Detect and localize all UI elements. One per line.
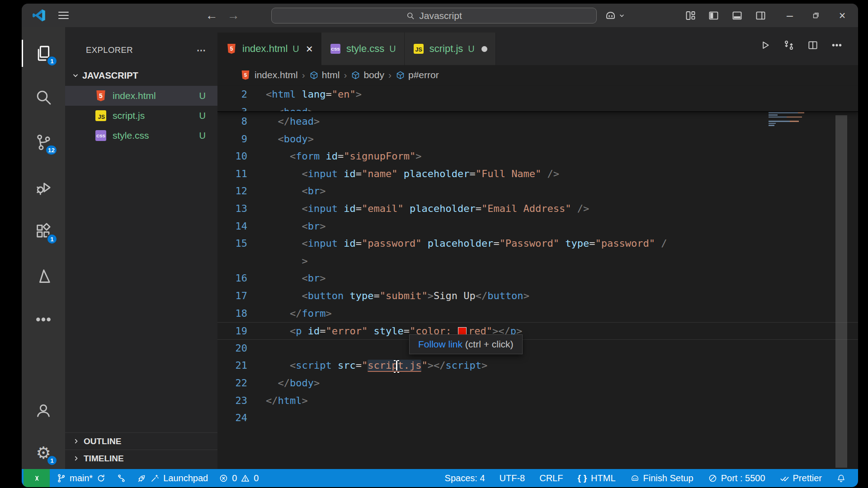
line-number[interactable]: 9	[217, 131, 247, 148]
breadcrumb-item-body[interactable]: body	[351, 70, 384, 80]
line-number[interactable]: 3	[217, 103, 247, 112]
tab-script.js[interactable]: JSscript.jsU	[405, 33, 496, 65]
line-number[interactable]: 8	[217, 113, 247, 131]
code-line-3[interactable]: 3 <head>	[217, 103, 858, 112]
file-row-script.js[interactable]: JSscript.jsU	[65, 106, 217, 126]
toggle-panel-button[interactable]	[728, 4, 746, 27]
line-number[interactable]: 12	[217, 183, 247, 200]
activity-search[interactable]	[33, 87, 53, 107]
line-number[interactable]: 10	[217, 148, 247, 165]
status-text: main*	[70, 473, 93, 483]
code-line-wrap[interactable]: >	[217, 253, 858, 270]
code-line-17[interactable]: 17 <button type="submit">Sign Up</button…	[217, 287, 858, 305]
run-button[interactable]	[759, 39, 771, 53]
more-actions-button[interactable]	[831, 39, 843, 53]
toggle-secondary-sidebar-button[interactable]	[751, 4, 769, 27]
activity-explorer[interactable]: 1	[33, 43, 53, 63]
code-line-10[interactable]: 10 <form id="signupForm">	[217, 148, 858, 165]
status-launchpad[interactable]: Launchpad	[133, 469, 212, 487]
close-window-button[interactable]: ×	[832, 4, 853, 27]
code-line-2[interactable]: 2<html lang="en">	[217, 86, 858, 103]
line-number[interactable]: 18	[217, 305, 247, 323]
code-line-21[interactable]: 21 <script src="script.js"></script>	[217, 357, 858, 375]
status-indentation[interactable]: Spaces: 4	[441, 469, 489, 487]
breadcrumb-item-html[interactable]: html	[309, 70, 340, 80]
file-row-style.css[interactable]: CSSstyle.cssU	[65, 126, 217, 145]
code-line-11[interactable]: 11 <input id="name" placeholder="Full Na…	[217, 165, 858, 183]
line-number[interactable]: 20	[217, 340, 247, 357]
status-eol[interactable]: CRLF	[535, 469, 567, 487]
status-git-branch[interactable]: main*	[52, 469, 110, 487]
code-text: <body>	[266, 131, 314, 148]
activity-additional-views[interactable]	[33, 310, 53, 329]
nav-back-button[interactable]: ←	[203, 4, 221, 27]
line-number[interactable]: 13	[217, 200, 247, 218]
code-line-20[interactable]: 20	[217, 340, 858, 357]
activity-accounts[interactable]	[33, 400, 53, 420]
activity-source-control[interactable]: 12	[33, 132, 53, 152]
status-problems[interactable]: 00	[215, 469, 263, 487]
line-number[interactable]	[217, 253, 247, 270]
line-number[interactable]: 2	[217, 86, 247, 103]
minimize-window-button[interactable]: –	[779, 4, 800, 27]
nav-forward-button[interactable]: →	[224, 4, 242, 27]
status-copilot-finish-setup[interactable]: Finish Setup	[626, 469, 698, 487]
toggle-primary-sidebar-button[interactable]	[704, 4, 722, 27]
customize-layout-button[interactable]	[681, 4, 699, 27]
status-live-server-port[interactable]: Port : 5500	[704, 469, 769, 487]
tab-style.css[interactable]: CSSstyle.cssU	[321, 33, 405, 65]
activity-manage-settings[interactable]: ⚙1	[33, 443, 53, 463]
line-number[interactable]: 23	[217, 392, 247, 410]
breadcrumb-item-p-error[interactable]: p#error	[396, 70, 439, 80]
code-editor[interactable]: 2<html lang="en">3 <head> 8 </head>9 <bo…	[217, 85, 858, 469]
split-editor-button[interactable]	[807, 39, 819, 53]
code-line-19[interactable]: 19 <p id="error" style="color: red"></p>	[217, 322, 858, 340]
line-number[interactable]: 17	[217, 287, 247, 305]
line-number[interactable]: 15	[217, 235, 247, 253]
line-number[interactable]: 22	[217, 375, 247, 392]
code-line-8[interactable]: 8 </head>	[217, 113, 858, 131]
code-line-12[interactable]: 12 <br>	[217, 183, 858, 200]
line-number[interactable]: 14	[217, 218, 247, 235]
status-language-mode[interactable]: { }HTML	[573, 469, 619, 487]
follow-link-action[interactable]: Follow link	[418, 339, 462, 349]
unsaved-dot-icon[interactable]	[481, 46, 487, 52]
breadcrumb-item-index.html[interactable]: 5index.html	[240, 69, 298, 81]
code-line-18[interactable]: 18 </form>	[217, 305, 858, 323]
code-line-9[interactable]: 9 <body>	[217, 131, 858, 148]
panel-timeline[interactable]: TIMELINE	[65, 450, 217, 467]
code-line-14[interactable]: 14 <br>	[217, 218, 858, 235]
panel-outline[interactable]: OUTLINE	[65, 432, 217, 450]
activity-prism[interactable]	[33, 267, 53, 286]
status-prettier[interactable]: Prettier	[776, 469, 826, 487]
line-number[interactable]: 19	[217, 323, 247, 339]
tooltip-hint: (ctrl + click)	[462, 339, 514, 349]
code-line-24[interactable]: 24	[217, 409, 858, 427]
folder-section-javascript[interactable]: JAVASCRIPT	[65, 67, 217, 84]
status-notifications[interactable]	[832, 469, 850, 487]
copilot-menu-button[interactable]	[606, 4, 624, 27]
file-row-index.html[interactable]: 5index.htmlU	[65, 86, 217, 106]
line-number[interactable]: 16	[217, 270, 247, 287]
status-source-control-graph[interactable]	[113, 469, 130, 487]
code-line-16[interactable]: 16 <br>	[217, 270, 858, 287]
line-number[interactable]: 24	[217, 409, 247, 427]
status-remote-indicator[interactable]	[24, 469, 50, 487]
activity-run-and-debug[interactable]	[33, 178, 53, 197]
code-line-22[interactable]: 22 </body>	[217, 375, 858, 392]
menu-icon[interactable]	[53, 4, 73, 27]
compare-changes-button[interactable]	[783, 39, 795, 53]
command-center-search[interactable]: Javascript	[271, 8, 597, 23]
activity-extensions[interactable]: 1	[33, 221, 53, 241]
status-encoding[interactable]: UTF-8	[495, 469, 529, 487]
editor-scrollbar[interactable]	[835, 115, 847, 468]
code-line-15[interactable]: 15 <input id="password" placeholder="Pas…	[217, 235, 858, 253]
code-line-23[interactable]: 23</html>	[217, 392, 858, 410]
line-number[interactable]: 11	[217, 165, 247, 183]
restore-window-button[interactable]	[806, 4, 826, 27]
close-tab-icon[interactable]: ×	[306, 42, 313, 56]
explorer-more-actions-icon[interactable]: ⋯	[197, 45, 207, 56]
code-line-13[interactable]: 13 <input id="email" placeholder="Email …	[217, 200, 858, 218]
tab-index.html[interactable]: 5index.htmlU×	[217, 33, 321, 65]
line-number[interactable]: 21	[217, 357, 247, 375]
